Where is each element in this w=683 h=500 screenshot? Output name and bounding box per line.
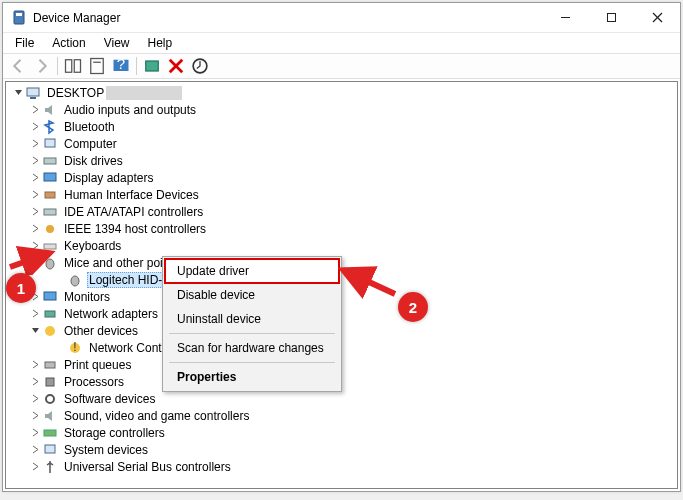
tree-label: IEEE 1394 host controllers [62,221,208,237]
chevron-right-icon[interactable] [29,173,41,182]
tree-label: Disk drives [62,153,125,169]
monitor-icon [42,289,58,305]
tree-node-sound[interactable]: Sound, video and game controllers [10,407,673,424]
chevron-right-icon[interactable] [29,360,41,369]
monitor-icon [42,170,58,186]
chevron-right-icon[interactable] [29,190,41,199]
ctx-properties[interactable]: Properties [165,365,339,389]
svg-rect-7 [74,60,80,73]
svg-rect-8 [91,59,104,74]
speaker-icon [42,408,58,424]
speaker-icon [42,102,58,118]
tree-node-ieee[interactable]: IEEE 1394 host controllers [10,220,673,237]
close-button[interactable] [634,3,680,33]
pc-icon [42,442,58,458]
chevron-right-icon[interactable] [29,462,41,471]
chip-icon [42,374,58,390]
chevron-right-icon[interactable] [29,224,41,233]
chevron-right-icon[interactable] [29,445,41,454]
tree-node-disk[interactable]: Disk drives [10,152,673,169]
chevron-down-icon[interactable] [12,88,24,97]
firewire-icon [42,221,58,237]
tree-label: Human Interface Devices [62,187,201,203]
tree-node-usb[interactable]: Universal Serial Bus controllers [10,458,673,475]
show-hidden-button[interactable] [62,55,84,77]
usb-icon [42,459,58,475]
tree-node-ide[interactable]: IDE ATA/ATAPI controllers [10,203,673,220]
tree-node-display[interactable]: Display adapters [10,169,673,186]
toolbar-separator [136,57,137,75]
disk-icon [42,153,58,169]
tree-node-audio[interactable]: Audio inputs and outputs [10,101,673,118]
storage-icon [42,425,58,441]
ctx-disable-device[interactable]: Disable device [165,283,339,307]
tree-node-system[interactable]: System devices [10,441,673,458]
menu-action[interactable]: Action [44,34,93,52]
tree-label: Audio inputs and outputs [62,102,198,118]
svg-text:!: ! [73,340,76,354]
ctx-separator [169,333,335,334]
uninstall-button[interactable] [165,55,187,77]
chevron-right-icon[interactable] [29,309,41,318]
tree-node-hid[interactable]: Human Interface Devices [10,186,673,203]
ide-icon [42,204,58,220]
printer-icon [42,357,58,373]
menu-view[interactable]: View [96,34,138,52]
tree-node-software[interactable]: Software devices [10,390,673,407]
chevron-down-icon[interactable] [29,326,41,335]
svg-rect-36 [45,445,55,453]
chevron-right-icon[interactable] [29,377,41,386]
tree-label: Software devices [62,391,157,407]
chevron-right-icon[interactable] [29,411,41,420]
annotation-badge-1: 1 [6,273,36,303]
svg-rect-20 [44,173,56,181]
svg-rect-32 [45,362,55,368]
menubar: File Action View Help [3,33,680,53]
ctx-scan-hardware[interactable]: Scan for hardware changes [165,336,339,360]
chevron-right-icon[interactable] [29,207,41,216]
redacted-text: XXXXXX [106,86,182,100]
menu-file[interactable]: File [7,34,42,52]
chevron-right-icon[interactable] [29,105,41,114]
tree-node-bluetooth[interactable]: Bluetooth [10,118,673,135]
help-button[interactable]: ? [110,55,132,77]
svg-rect-0 [14,11,24,24]
menu-help[interactable]: Help [140,34,181,52]
chevron-right-icon[interactable] [29,428,41,437]
chevron-right-icon[interactable] [29,139,41,148]
chevron-right-icon[interactable] [29,122,41,131]
svg-rect-16 [27,88,39,96]
tree-node-computer[interactable]: Computer [10,135,673,152]
update-button[interactable] [189,55,211,77]
tree-node-keyboard[interactable]: Keyboards [10,237,673,254]
svg-rect-35 [44,430,56,436]
computer-icon [25,85,41,101]
svg-text:?: ? [117,56,125,72]
properties-button[interactable] [86,55,108,77]
svg-rect-12 [146,61,159,71]
svg-point-23 [46,225,54,233]
annotation-arrow-2 [333,262,403,302]
svg-rect-33 [46,378,54,386]
svg-rect-19 [44,158,56,164]
ctx-uninstall-device[interactable]: Uninstall device [165,307,339,331]
svg-point-29 [45,326,55,336]
hid-icon [42,187,58,203]
app-icon [11,10,27,26]
chevron-right-icon[interactable] [29,156,41,165]
svg-rect-22 [44,209,56,215]
svg-rect-21 [45,192,55,198]
pc-icon [42,136,58,152]
tree-root[interactable]: DESKTOPXXXXXX [10,84,673,101]
scan-button[interactable] [141,55,163,77]
warning-icon: ! [67,340,83,356]
tree-node-storage[interactable]: Storage controllers [10,424,673,441]
tree-label: Storage controllers [62,425,167,441]
chevron-right-icon[interactable] [29,394,41,403]
context-menu: Update driver Disable device Uninstall d… [162,256,342,392]
minimize-button[interactable] [542,3,588,33]
toolbar: ? [3,53,680,79]
tree-label: Universal Serial Bus controllers [62,459,233,475]
ctx-update-driver[interactable]: Update driver [165,259,339,283]
maximize-button[interactable] [588,3,634,33]
